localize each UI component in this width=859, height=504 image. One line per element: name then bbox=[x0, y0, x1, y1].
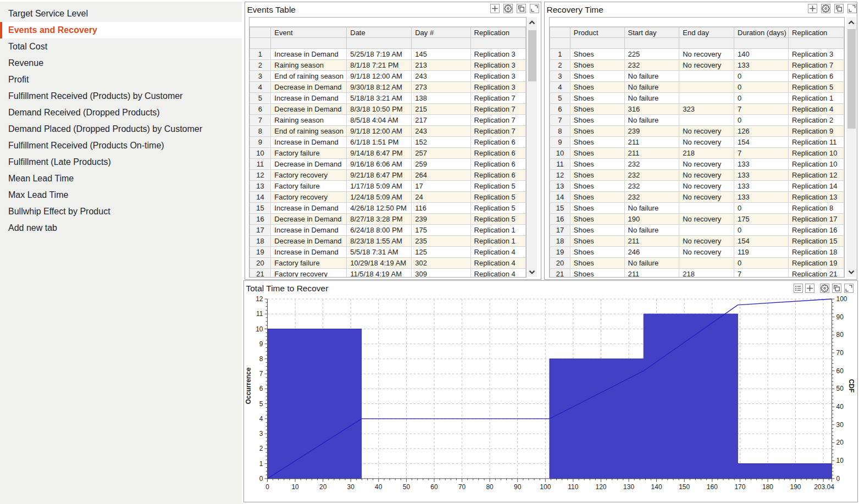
svg-text:0: 0 bbox=[836, 475, 840, 483]
svg-text:90: 90 bbox=[514, 483, 522, 491]
svg-text:60: 60 bbox=[836, 367, 844, 375]
svg-text:30: 30 bbox=[347, 483, 355, 491]
svg-text:50: 50 bbox=[836, 385, 844, 392]
svg-text:70: 70 bbox=[836, 349, 844, 357]
svg-text:9: 9 bbox=[259, 340, 263, 348]
svg-text:12: 12 bbox=[256, 295, 263, 303]
svg-text:203.04: 203.04 bbox=[814, 483, 834, 491]
svg-text:10: 10 bbox=[836, 457, 844, 464]
svg-text:2: 2 bbox=[259, 445, 263, 452]
svg-text:10: 10 bbox=[256, 325, 263, 333]
svg-text:7: 7 bbox=[259, 370, 263, 378]
svg-text:50: 50 bbox=[403, 483, 411, 491]
svg-text:80: 80 bbox=[486, 483, 494, 491]
svg-text:CDF: CDF bbox=[847, 379, 855, 393]
svg-text:11: 11 bbox=[256, 310, 263, 318]
svg-text:160: 160 bbox=[707, 483, 718, 491]
svg-text:140: 140 bbox=[651, 483, 662, 491]
svg-text:190: 190 bbox=[790, 483, 801, 491]
svg-text:6: 6 bbox=[259, 385, 263, 392]
svg-text:170: 170 bbox=[734, 483, 745, 491]
svg-text:60: 60 bbox=[430, 483, 438, 491]
svg-text:80: 80 bbox=[836, 331, 844, 339]
svg-text:180: 180 bbox=[762, 483, 773, 491]
svg-text:40: 40 bbox=[836, 403, 844, 411]
svg-text:10: 10 bbox=[291, 483, 299, 491]
svg-text:100: 100 bbox=[836, 295, 847, 303]
svg-text:3: 3 bbox=[259, 430, 263, 437]
svg-text:0: 0 bbox=[265, 483, 269, 491]
svg-text:90: 90 bbox=[836, 313, 844, 321]
svg-text:20: 20 bbox=[836, 439, 844, 446]
svg-text:0: 0 bbox=[259, 475, 263, 483]
svg-text:100: 100 bbox=[540, 483, 551, 491]
svg-text:120: 120 bbox=[595, 483, 606, 491]
svg-text:1: 1 bbox=[259, 460, 263, 468]
svg-text:150: 150 bbox=[679, 483, 690, 491]
svg-text:5: 5 bbox=[259, 400, 263, 408]
svg-text:130: 130 bbox=[623, 483, 634, 491]
svg-text:4: 4 bbox=[259, 415, 263, 423]
svg-text:110: 110 bbox=[568, 483, 578, 491]
svg-text:8: 8 bbox=[259, 355, 263, 363]
svg-text:Occurrence: Occurrence bbox=[245, 367, 252, 404]
svg-text:40: 40 bbox=[375, 483, 383, 491]
svg-text:30: 30 bbox=[836, 421, 844, 429]
svg-text:20: 20 bbox=[319, 483, 327, 491]
svg-text:70: 70 bbox=[458, 483, 466, 491]
